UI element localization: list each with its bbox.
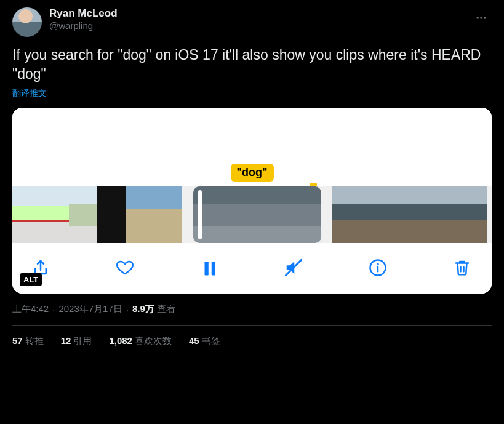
quotes-count: 12 [61, 335, 71, 346]
clip-thumbnail-group [332, 186, 487, 243]
info-icon [369, 258, 387, 277]
clip-thumbnail [289, 186, 321, 243]
clip-thumbnail [462, 186, 487, 243]
bookmarks-stat[interactable]: 45书签 [189, 335, 220, 347]
media-card[interactable]: "dog" [12, 108, 492, 294]
scrubber-handle[interactable] [198, 190, 202, 239]
alt-badge[interactable]: ALT [20, 273, 42, 286]
clip-thumbnail [410, 186, 436, 243]
more-button[interactable] [471, 7, 492, 28]
pause-button[interactable] [199, 258, 219, 278]
svg-point-0 [477, 17, 479, 18]
bookmarks-label: 书签 [202, 335, 220, 346]
video-filmstrip[interactable] [12, 186, 492, 243]
tweet-meta: 上午4:42 · 2023年7月17日 · 8.9万 查看 [12, 303, 492, 315]
clip-thumbnail [384, 186, 410, 243]
clip-thumbnail [436, 186, 462, 243]
views-label: 查看 [157, 303, 175, 315]
likes-label: 喜欢次数 [135, 335, 172, 346]
clip-thumbnail [257, 186, 289, 243]
more-icon [475, 12, 487, 24]
clip-thumbnail [41, 186, 69, 243]
clip-thumbnail [126, 186, 154, 243]
like-button[interactable] [115, 258, 135, 278]
views-count: 8.9万 [132, 303, 154, 315]
clip-thumbnail-group [12, 186, 182, 243]
caption-pill: "dog" [230, 164, 273, 182]
clip-thumbnail [12, 186, 41, 243]
avatar[interactable] [12, 7, 42, 37]
media-toolbar [12, 243, 492, 294]
mute-icon [284, 258, 303, 277]
author-names[interactable]: Ryan McLeod @warpling [49, 7, 118, 32]
trash-icon [453, 258, 471, 277]
heart-icon [116, 258, 134, 277]
svg-point-1 [480, 17, 482, 18]
svg-point-8 [377, 264, 378, 265]
clip-thumbnail [358, 186, 384, 243]
clip-thumbnail-group-active [193, 186, 321, 243]
bookmarks-count: 45 [189, 335, 199, 346]
media-top: "dog" [12, 108, 492, 186]
mute-button[interactable] [284, 258, 303, 278]
tweet-time[interactable]: 上午4:42 [12, 303, 49, 315]
svg-rect-4 [212, 262, 215, 276]
display-name: Ryan McLeod [49, 7, 118, 20]
svg-point-2 [484, 17, 486, 18]
svg-rect-3 [205, 262, 209, 276]
meta-separator: · [52, 304, 55, 314]
translate-link[interactable]: 翻译推文 [12, 88, 47, 99]
retweets-count: 57 [12, 335, 23, 346]
info-button[interactable] [368, 258, 388, 278]
retweets-stat[interactable]: 57转推 [12, 335, 44, 347]
tweet-header: Ryan McLeod @warpling [12, 7, 492, 37]
clip-thumbnail [154, 186, 182, 243]
pause-icon [200, 258, 218, 277]
delete-button[interactable] [452, 258, 472, 278]
handle: @warpling [49, 20, 118, 32]
tweet-text: If you search for "dog" on iOS 17 it'll … [12, 46, 492, 84]
retweets-label: 转推 [25, 335, 44, 346]
tweet-container: Ryan McLeod @warpling If you search for … [0, 0, 504, 347]
clip-thumbnail [332, 186, 358, 243]
tweet-stats: 57转推 12引用 1,082喜欢次数 45书签 [12, 326, 492, 347]
clip-thumbnail [225, 186, 257, 243]
likes-stat[interactable]: 1,082喜欢次数 [109, 335, 172, 347]
clip-thumbnail [97, 186, 126, 243]
likes-count: 1,082 [109, 335, 132, 346]
clip-thumbnail [69, 186, 97, 243]
meta-separator: · [126, 304, 129, 314]
tweet-date[interactable]: 2023年7月17日 [58, 303, 122, 315]
quotes-stat[interactable]: 12引用 [61, 335, 92, 347]
quotes-label: 引用 [73, 335, 92, 346]
